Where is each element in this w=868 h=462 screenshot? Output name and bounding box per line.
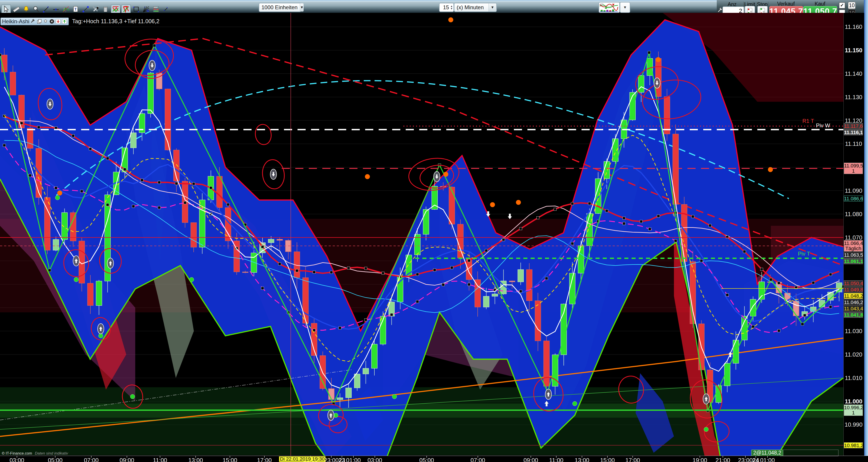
time-tick-label: 15:00 [222,457,237,462]
price-axis-tag: 11.086,6 [844,196,863,202]
price-tick-label: 11.150 [844,47,864,54]
price-tick-label: 11.130 [844,94,864,101]
disclaimer-text: Daten sind indikativ [35,451,68,456]
day-high-low-info: Tag:+Hoch 11.136,3 +Tief 11.006,2 [72,18,159,25]
orange-signal-dot [57,190,62,195]
price-tick-label: 10.990 [844,421,864,428]
price-axis-tag: 11.048,2 [844,293,863,299]
price-axis[interactable]: 11.16011.15011.14011.13011.12011.11011.1… [843,13,864,456]
level-label-r1t: R1 T [802,118,814,124]
time-tick-label: 23 [339,457,345,462]
price-axis-tag: 11.061,1 [844,258,863,264]
time-tick-label: 09:00 [523,457,538,462]
price-tick-label: 11.000 [844,398,864,405]
trading-app-window: TxxG 1000 Einheiten ▼ 15 ▲▼ (x) Minuten … [0,0,868,462]
chart-tab-heikin-ashi[interactable]: Heikin-Ashi [0,18,69,25]
price-tick-label: 11.020 [844,351,864,358]
zigzag-handle[interactable] [801,323,804,326]
tab-sell-arrow-icon[interactable] [56,19,61,24]
time-tick-label: 23:00 [324,457,339,462]
orange-signal-dot [490,202,495,207]
tab-alarm-bell-icon[interactable] [43,19,48,24]
price-tick-label: 11.010 [844,375,864,381]
chart-canvas[interactable]: R1 TPiv WPiv T [0,0,868,462]
zigzag-handle[interactable] [0,54,1,56]
green-signal-dot [392,394,397,399]
price-axis-tag: 11.050,4 [844,280,863,286]
green-signal-dot [98,334,103,338]
price-tick-label: 11.090 [844,187,864,194]
time-tick-label: 03:00 [367,457,382,462]
price-axis-tag: 11.099,51 Stunde [844,163,863,174]
time-tick-label: 21:00 [715,457,730,462]
time-tick-label: 23:00 [738,457,753,462]
orange-signal-dot [448,17,453,22]
tab-duplicate-icon[interactable] [36,19,42,24]
price-axis-tag: 11.046,2 [844,299,863,305]
time-tick-label: 17:00 [625,457,640,462]
position-price-badge: 2@11.048,2 [751,450,783,456]
green-signal-dot [572,401,577,406]
orange-signal-dot [516,200,521,205]
level-label-pivw: Piv W [816,122,830,128]
time-tick-label: 15:00 [600,457,615,462]
time-tick-label: 01:00 [760,457,775,462]
price-axis-tag: 11.063,5 [844,252,863,258]
price-axis-tag: 11.049,8 [844,287,863,292]
zigzag-handle[interactable] [153,44,156,47]
price-tick-label: 11.110 [844,141,864,147]
time-tick-label: 05:00 [419,457,434,462]
price-axis-tag: 10.996,21 Stunde [844,404,863,416]
price-axis-tag: 11.043,4 [844,306,863,311]
time-tick-label: 01:00 [346,457,361,462]
orange-signal-dot [656,57,661,62]
crosshair-date-tag: Di 22.01.2019 19:30 [279,456,326,462]
zigzag-handle[interactable] [648,51,650,54]
price-axis-tag: 11.066,4Täglich [844,240,863,251]
orange-signal-dot [443,172,448,177]
price-tick-label: 11.160 [844,24,864,30]
zigzag-handle[interactable] [770,278,772,281]
time-tick-label: 05:00 [48,457,62,462]
time-tick-label: 13:00 [188,457,203,462]
orange-signal-dot [768,167,773,172]
time-tick-label: 07:00 [84,457,98,462]
time-tick-label: 13:00 [575,457,589,462]
tab-close-icon[interactable] [49,19,55,24]
copyright-text: © IT-Finance.com [2,451,32,456]
time-tick-label: 11:00 [153,457,167,462]
price-tick-label: 11.140 [844,70,864,77]
time-tick-label: 03:00 [9,457,24,462]
green-signal-dot [130,394,135,399]
time-tick-label: 07:00 [470,457,485,462]
price-tick-label: 11.080 [844,211,864,218]
time-tick-label: 11:00 [549,457,563,462]
time-tick-label: 09:00 [120,457,134,462]
time-tick-label: 19:00 [692,457,707,462]
copyright-note: © IT-Finance.comDaten sind indikativ [2,451,68,456]
time-axis[interactable]: 03:0005:0007:0009:0011:0013:0015:0017:00… [0,456,868,462]
price-tick-label: 11.070 [844,234,864,241]
green-signal-dot [704,427,708,432]
orange-signal-dot [365,174,370,179]
green-signal-dot [74,277,79,282]
price-tick-label: 11.030 [844,328,864,335]
position-badge-extension [780,450,838,456]
price-axis-tag: 10.981,2 [844,442,863,448]
chart-tab-title: Heikin-Ashi [2,18,29,25]
time-tick-label: 17:00 [257,457,272,462]
time-tick-label: 24 [753,457,759,462]
zigzag-handle[interactable] [48,269,51,272]
price-axis-tag: 11.116,1 [844,129,863,135]
level-label-pivt: Piv T [798,251,810,257]
green-signal-dot [55,195,60,200]
price-axis-tag: 11.117,6 [844,123,863,129]
tab-settings-wrench-icon[interactable] [30,19,36,24]
green-signal-dot [189,277,194,282]
tab-buy-arrow-icon[interactable] [62,19,67,24]
price-axis-tag: 11.041,8 [844,312,863,318]
